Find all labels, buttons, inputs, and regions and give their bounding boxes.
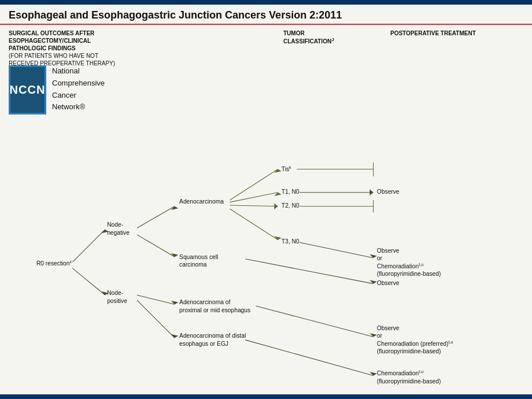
chemo-t3-label: Chemoradiationt,u xyxy=(377,263,423,269)
tumor-classification-label: TUMORCLASSIFICATIONj xyxy=(283,29,334,45)
chemo-dist-label: Chemoradiationt,u xyxy=(377,370,423,376)
svg-line-16 xyxy=(230,205,278,206)
fluoro-dist-label: (fluoropyrimidine-based) xyxy=(377,378,441,385)
t2n0-label: T2, N0 xyxy=(282,202,300,209)
observe-prox-label: Observe xyxy=(377,325,400,331)
svg-line-14 xyxy=(230,193,278,202)
bottom-bar xyxy=(0,394,532,399)
or-prox-label: or xyxy=(377,332,383,339)
svg-line-28 xyxy=(245,259,373,284)
svg-line-0 xyxy=(72,230,105,262)
svg-marker-11 xyxy=(171,334,178,338)
t1n0-label: T1, N0 xyxy=(282,189,300,195)
top-bar xyxy=(0,0,532,5)
node-negative-label2: negative xyxy=(107,230,130,236)
adeno-proximal-label: Adenocarcinoma of xyxy=(179,299,230,305)
svg-line-12 xyxy=(230,169,278,201)
svg-line-30 xyxy=(256,306,373,337)
chemo-prox-label: Chemoradiation (preferred)t,u xyxy=(377,340,453,347)
flowchart-diagram: R0 resectionz Node- negative Node- posit… xyxy=(0,57,532,392)
or-t3-label: or xyxy=(377,255,383,261)
svg-line-18 xyxy=(230,209,278,240)
postoperative-treatment-label: POSTOPERATIVE TREATMENT xyxy=(390,29,476,37)
svg-line-32 xyxy=(245,340,373,376)
observe-squamous-label: Observe xyxy=(377,280,400,286)
observe-t3-label: Observe xyxy=(377,247,400,254)
svg-line-26 xyxy=(300,242,374,258)
node-positive-label: Node- xyxy=(107,290,123,296)
title-section: Esophageal and Esophagogastric Junction … xyxy=(0,5,532,25)
adeno-proximal-label2: proximal or mid esophagus xyxy=(179,307,250,313)
r0-resection-label: R0 resectionz xyxy=(36,260,72,267)
svg-line-6 xyxy=(137,235,175,257)
svg-line-10 xyxy=(137,300,175,338)
adeno-distal-label2: esophagus or EGJ xyxy=(179,341,228,347)
adeno-distal-label: Adenocarcinoma of distal xyxy=(179,332,246,339)
svg-line-4 xyxy=(137,206,175,228)
adenocarcinoma-label: Adenocarcinoma xyxy=(179,198,224,205)
svg-marker-23 xyxy=(370,189,373,195)
main-container: Esophageal and Esophagogastric Junction … xyxy=(0,5,532,394)
svg-line-8 xyxy=(137,295,175,304)
squamous-label2: carcinoma xyxy=(179,261,207,268)
t3n0-label: T3, N0 xyxy=(282,238,300,245)
page-title: Esophageal and Esophagogastric Junction … xyxy=(9,9,342,21)
observe-t1-label: Observe xyxy=(377,189,400,195)
node-negative-label: Node- xyxy=(107,221,123,228)
tis-label: Tisk xyxy=(282,165,291,172)
svg-line-2 xyxy=(72,268,105,295)
node-positive-label2: positive xyxy=(107,298,127,304)
fluoro-prox-label: (fluoropyrimidine-based) xyxy=(377,348,441,354)
fluoro-t3-label: (fluoropyrimidine-based) xyxy=(377,271,441,277)
squamous-label: Squamous cell xyxy=(179,254,218,260)
svg-marker-17 xyxy=(274,203,278,209)
